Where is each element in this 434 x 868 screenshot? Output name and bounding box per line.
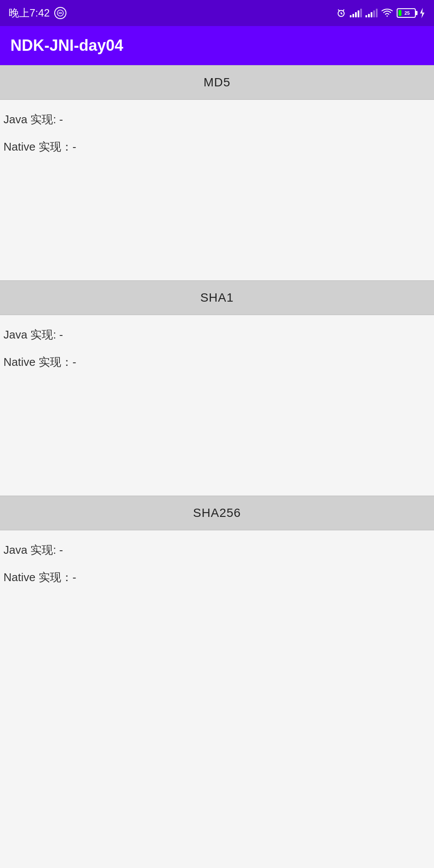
md5-native-result: Native 实现：- [0, 132, 434, 159]
signal-bars-1 [350, 9, 362, 17]
sha1-java-result: Java 实现: - [0, 315, 434, 347]
md5-java-result: Java 实现: - [0, 100, 434, 132]
svg-marker-7 [420, 8, 424, 18]
sha1-section: SHA1 Java 实现: - Native 实现：- [0, 280, 434, 496]
sha256-section: SHA256 Java 实现: - Native 实现：- [0, 496, 434, 711]
main-content: MD5 Java 实现: - Native 实现：- SHA1 Java 实现:… [0, 65, 434, 711]
sha1-native-result: Native 实现：- [0, 347, 434, 374]
battery-indicator: 25 [397, 8, 416, 18]
wifi-icon [381, 8, 393, 18]
md5-section: MD5 Java 实现: - Native 实现：- [0, 65, 434, 280]
sha1-button[interactable]: SHA1 [0, 280, 434, 315]
app-title: NDK-JNI-day04 [10, 36, 123, 55]
md5-spacer [0, 159, 434, 280]
sha256-java-result: Java 实现: - [0, 530, 434, 562]
status-bar: 晚上7:42 [0, 0, 434, 26]
md5-button[interactable]: MD5 [0, 65, 434, 100]
status-time: 晚上7:42 [9, 6, 50, 20]
sha256-spacer [0, 589, 434, 711]
dnd-icon [54, 7, 66, 19]
alarm-icon [336, 8, 346, 18]
status-bar-left: 晚上7:42 [9, 6, 66, 20]
signal-bars-2 [365, 9, 378, 17]
svg-line-6 [343, 10, 344, 11]
charging-icon [419, 8, 425, 18]
sha256-native-result: Native 实现：- [0, 562, 434, 589]
sha256-button[interactable]: SHA256 [0, 496, 434, 530]
svg-line-5 [338, 10, 339, 11]
status-bar-right: 25 [336, 8, 425, 18]
app-bar: NDK-JNI-day04 [0, 26, 434, 65]
battery-text: 25 [398, 10, 416, 16]
sha1-spacer [0, 374, 434, 496]
